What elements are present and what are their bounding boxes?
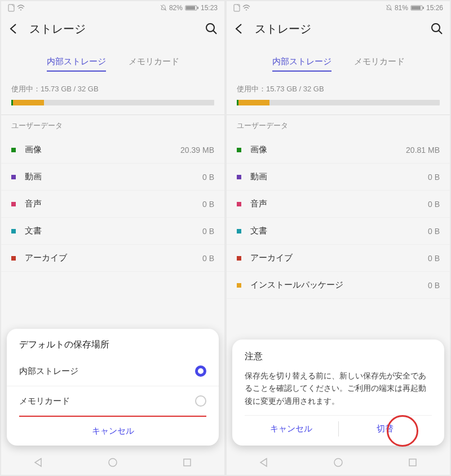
storage-row[interactable]: インストールパッケージ0 B bbox=[227, 272, 450, 299]
usage-text: 使用中：15.73 GB / 32 GB bbox=[1, 80, 224, 96]
wifi-icon bbox=[242, 5, 250, 11]
option-label: 内部ストレージ bbox=[19, 366, 195, 377]
page-title: ストレージ bbox=[255, 21, 422, 37]
color-dot-icon bbox=[11, 256, 16, 261]
wifi-icon bbox=[17, 5, 25, 11]
color-dot-icon bbox=[237, 283, 241, 288]
row-value: 0 B bbox=[202, 200, 214, 209]
option-internal-storage[interactable]: 内部ストレージ bbox=[7, 356, 219, 386]
row-label: 音声 bbox=[25, 199, 202, 209]
nav-back-icon[interactable] bbox=[259, 457, 269, 468]
row-label: 文書 bbox=[25, 226, 202, 236]
color-dot-icon bbox=[237, 229, 241, 233]
row-value: 0 B bbox=[428, 173, 440, 182]
cancel-button[interactable]: キャンセル bbox=[245, 416, 338, 442]
mute-icon bbox=[160, 5, 167, 11]
svg-point-12 bbox=[334, 459, 342, 466]
sim-icon bbox=[233, 4, 240, 12]
radio-unselected-icon bbox=[195, 395, 206, 407]
color-dot-icon bbox=[237, 148, 241, 152]
color-dot-icon bbox=[11, 229, 16, 233]
row-label: 画像 bbox=[25, 144, 180, 155]
storage-row[interactable]: 音声0 B bbox=[227, 191, 450, 218]
nav-recent-icon[interactable] bbox=[408, 457, 418, 468]
row-value: 0 B bbox=[202, 173, 214, 182]
svg-rect-13 bbox=[409, 459, 416, 466]
confirm-dialog: 注意 保存先を切り替える前に、新しい保存先が安全であることを確認してください。ご… bbox=[232, 340, 444, 446]
battery-icon bbox=[410, 5, 424, 11]
row-label: 文書 bbox=[250, 226, 428, 236]
default-storage-sheet: デフォルトの保存場所 内部ストレージ メモリカード キャンセル bbox=[7, 329, 219, 446]
storage-row[interactable]: 画像20.39 MB bbox=[1, 136, 224, 164]
tab-memory-card[interactable]: メモリカード bbox=[354, 56, 405, 72]
svg-rect-3 bbox=[197, 7, 198, 9]
search-icon[interactable] bbox=[205, 23, 218, 35]
storage-row[interactable]: 音声0 B bbox=[1, 191, 224, 218]
battery-icon bbox=[185, 5, 198, 11]
row-label: 音声 bbox=[250, 199, 428, 209]
status-bar: 82% 15:23 bbox=[1, 1, 224, 15]
tab-memory-card[interactable]: メモリカード bbox=[129, 56, 179, 72]
sim-icon bbox=[8, 4, 15, 12]
row-value: 0 B bbox=[428, 281, 440, 290]
row-value: 0 B bbox=[428, 254, 440, 263]
header: ストレージ bbox=[1, 15, 224, 43]
option-memory-card[interactable]: メモリカード bbox=[7, 386, 219, 416]
nav-home-icon[interactable] bbox=[108, 457, 118, 468]
svg-rect-10 bbox=[423, 7, 424, 9]
color-dot-icon bbox=[237, 175, 241, 179]
right-screen: 81% 15:26 ストレージ 内部ストレージ メモリカード 使用中：15.73… bbox=[227, 1, 450, 475]
header: ストレージ bbox=[227, 15, 450, 43]
battery-percent: 82% bbox=[169, 4, 183, 12]
svg-rect-9 bbox=[412, 6, 421, 10]
mute-icon bbox=[386, 5, 392, 11]
back-icon[interactable] bbox=[233, 23, 246, 35]
tabs: 内部ストレージ メモリカード bbox=[227, 43, 450, 80]
nav-home-icon[interactable] bbox=[333, 457, 343, 468]
back-icon[interactable] bbox=[8, 23, 20, 35]
row-label: 動画 bbox=[250, 171, 428, 182]
storage-row[interactable]: 文書0 B bbox=[227, 218, 450, 245]
tab-internal-storage[interactable]: 内部ストレージ bbox=[272, 56, 331, 72]
page-title: ストレージ bbox=[29, 21, 196, 37]
storage-row[interactable]: 動画0 B bbox=[227, 164, 450, 191]
storage-row[interactable]: 画像20.81 MB bbox=[227, 136, 450, 164]
svg-point-5 bbox=[109, 459, 117, 466]
usage-bar bbox=[237, 100, 440, 105]
nav-bar bbox=[227, 450, 450, 475]
radio-selected-icon bbox=[195, 365, 206, 377]
storage-row[interactable]: アーカイブ0 B bbox=[227, 245, 450, 272]
storage-row[interactable]: 動画0 B bbox=[1, 164, 224, 191]
usage-text: 使用中：15.73 GB / 32 GB bbox=[227, 80, 450, 96]
row-value: 0 B bbox=[202, 227, 214, 236]
svg-rect-6 bbox=[184, 459, 191, 466]
dialog-title: 注意 bbox=[245, 351, 432, 363]
search-icon[interactable] bbox=[431, 23, 443, 35]
dialog-body: 保存先を切り替える前に、新しい保存先が安全であることを確認してください。ご利用の… bbox=[245, 369, 432, 407]
nav-back-icon[interactable] bbox=[33, 457, 43, 468]
confirm-button[interactable]: 切替 bbox=[339, 416, 432, 442]
storage-row[interactable]: 文書0 B bbox=[1, 218, 224, 245]
sheet-title: デフォルトの保存場所 bbox=[7, 339, 219, 356]
row-label: アーカイブ bbox=[250, 253, 428, 263]
storage-row[interactable]: アーカイブ0 B bbox=[1, 245, 224, 272]
color-dot-icon bbox=[237, 202, 241, 206]
row-value: 0 B bbox=[202, 254, 214, 263]
row-value: 0 B bbox=[428, 200, 440, 209]
row-value: 0 B bbox=[428, 227, 440, 236]
left-screen: 82% 15:23 ストレージ 内部ストレージ メモリカード 使用中：15.73… bbox=[1, 1, 224, 475]
nav-recent-icon[interactable] bbox=[182, 457, 192, 468]
section-header: ユーザーデータ bbox=[227, 114, 450, 136]
tab-internal-storage[interactable]: 内部ストレージ bbox=[47, 56, 106, 72]
option-label: メモリカード bbox=[19, 396, 195, 407]
row-label: 画像 bbox=[250, 144, 406, 155]
cancel-button[interactable]: キャンセル bbox=[7, 417, 219, 446]
section-header: ユーザーデータ bbox=[1, 114, 224, 136]
battery-percent: 81% bbox=[395, 4, 408, 12]
color-dot-icon bbox=[237, 256, 241, 261]
color-dot-icon bbox=[11, 202, 16, 206]
row-label: アーカイブ bbox=[25, 253, 202, 263]
row-label: 動画 bbox=[25, 171, 202, 182]
row-value: 20.81 MB bbox=[406, 146, 440, 155]
svg-point-4 bbox=[206, 24, 214, 32]
